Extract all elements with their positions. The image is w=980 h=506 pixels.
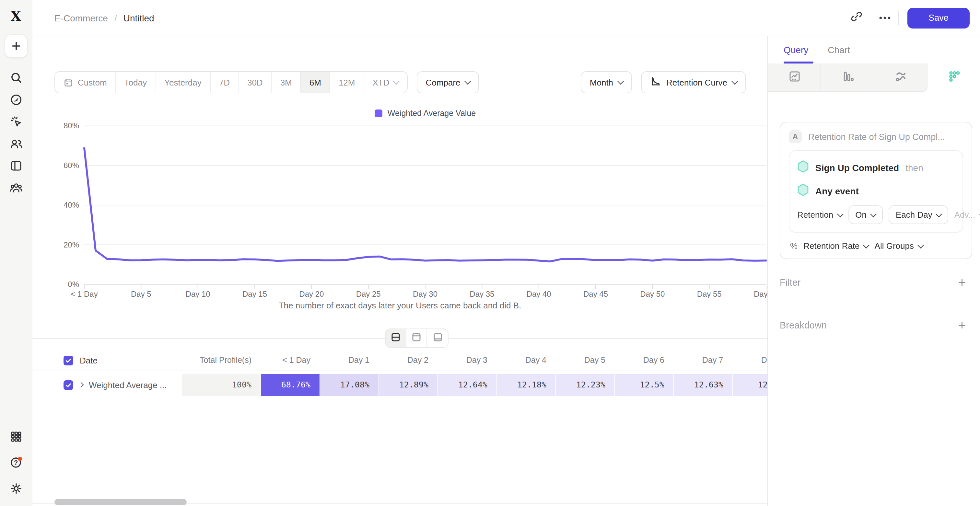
date-range-3m[interactable]: 3M [272, 72, 301, 93]
horizontal-scrollbar[interactable] [54, 499, 187, 505]
each-day-dropdown[interactable]: Each Day [889, 205, 948, 224]
retention-value-cell: 17.08% [320, 374, 379, 396]
left-sidebar: X ? [0, 0, 32, 506]
table-header-row: Date Total Profile(s)< 1 DayDay 1Day 2Da… [32, 350, 767, 371]
chevron-down-icon [732, 78, 738, 84]
query-step-header[interactable]: A Retention Rate of Sign Up Compl... [789, 130, 963, 143]
granularity-button[interactable]: Month [581, 71, 632, 93]
table-header-label-col: Date [32, 350, 181, 371]
layout-split-button[interactable] [386, 329, 406, 347]
search-icon [10, 71, 22, 84]
bottom-layout-icon [432, 332, 443, 345]
retention-value-cell: 12.4% [732, 374, 767, 396]
column-header[interactable]: Day 4 [496, 356, 555, 365]
layout-chart-only-button[interactable] [406, 329, 427, 347]
retention-value-cell: 12.89% [379, 374, 438, 396]
chevron-down-icon [393, 78, 399, 84]
compare-button[interactable]: Compare [417, 71, 479, 93]
select-all-checkbox[interactable] [64, 355, 73, 365]
retention-value-cell: 12.64% [438, 374, 496, 396]
date-range-xtd[interactable]: XTD [364, 72, 407, 93]
retention-value-cell: 12.63% [673, 374, 732, 396]
advanced-label: Adv... [955, 210, 975, 220]
create-new-button[interactable] [4, 34, 27, 58]
column-header[interactable]: Day 1 [320, 356, 379, 365]
users-button[interactable] [5, 133, 27, 155]
first-event-row[interactable]: Sign Up Completed then [797, 159, 955, 177]
events-button[interactable] [5, 111, 27, 133]
tab-chart[interactable]: Chart [828, 45, 850, 55]
column-header[interactable]: Day 3 [438, 356, 496, 365]
column-header[interactable]: Day 6 [614, 356, 673, 365]
report-type-insights[interactable] [768, 63, 821, 92]
second-event-row[interactable]: Any event [797, 182, 955, 200]
x-axis-tick-label: Day 40 [527, 290, 551, 298]
column-header[interactable]: Total Profile(s) [181, 356, 261, 365]
breadcrumb-title[interactable]: Untitled [124, 13, 154, 23]
retention-line-chart[interactable]: 0%20%40%60%80%< 1 DayDay 5Day 10Day 15Da… [32, 101, 767, 306]
on-dropdown[interactable]: On [848, 205, 883, 224]
copy-link-button[interactable] [845, 7, 867, 29]
chart-style-button[interactable]: Retention Curve [641, 71, 746, 93]
cohorts-button[interactable] [5, 177, 27, 199]
column-header[interactable]: Day 7 [673, 356, 732, 365]
date-range-30d[interactable]: 30D [239, 72, 272, 93]
report-type-funnels[interactable] [821, 63, 874, 92]
breakdown-label: Breakdown [780, 320, 827, 330]
save-button[interactable]: Save [907, 8, 970, 28]
column-header[interactable]: < 1 Day [261, 356, 320, 365]
grid-icon [10, 430, 22, 443]
settings-button[interactable] [5, 477, 27, 500]
add-breakdown-button[interactable]: + [958, 319, 966, 332]
layout-table-only-button[interactable] [427, 329, 448, 347]
retention-series-line[interactable] [84, 148, 766, 262]
boards-button[interactable] [5, 155, 27, 177]
x-axis-tick-label: Day 45 [583, 290, 608, 298]
flows-icon [894, 70, 907, 85]
breadcrumb-project[interactable]: E-Commerce [54, 13, 108, 23]
metric-row: % Retention Rate All Groups [789, 241, 963, 251]
column-header[interactable]: Day 5 [555, 356, 614, 365]
column-header-date[interactable]: Date [80, 355, 97, 365]
column-header[interactable]: Day 2 [379, 356, 438, 365]
advanced-dropdown[interactable]: Adv... [955, 210, 980, 220]
more-menu-button[interactable]: ••• [879, 13, 892, 23]
expand-row-chevron-icon[interactable] [78, 382, 84, 388]
apps-button[interactable] [5, 426, 27, 448]
date-range-6m[interactable]: 6M [301, 72, 330, 93]
date-range-today[interactable]: Today [116, 72, 156, 93]
mixpanel-logo-icon[interactable]: X [11, 8, 21, 24]
table-row: Weighted Average ... 100%68.76%17.08%12.… [32, 374, 767, 396]
date-range-yesterday[interactable]: Yesterday [156, 72, 211, 93]
date-range-12m[interactable]: 12M [330, 72, 364, 93]
x-axis-tick-label: < 1 Day [71, 290, 97, 298]
x-axis-tick-label: Day 35 [469, 290, 494, 298]
y-axis-tick-label: 0% [68, 280, 79, 289]
add-filter-button[interactable]: + [958, 276, 966, 289]
chart-style-label: Retention Curve [666, 78, 727, 87]
date-range-7d[interactable]: 7D [211, 72, 239, 93]
breadcrumb-separator: / [115, 13, 117, 23]
y-axis-tick-label: 20% [64, 240, 79, 249]
date-range-control: CustomTodayYesterday7D30D3M6M12MXTD [54, 71, 408, 93]
active-tab-underline [784, 62, 813, 63]
chevron-down-icon [918, 242, 924, 248]
tab-query[interactable]: Query [784, 45, 808, 55]
split-layout-icon [390, 332, 401, 345]
step-badge: A [789, 130, 802, 143]
report-type-retention[interactable] [928, 63, 980, 92]
column-header[interactable]: Day 8 [732, 356, 767, 365]
row-label[interactable]: Weighted Average ... [89, 380, 167, 390]
discover-button[interactable] [5, 89, 27, 111]
date-range-custom[interactable]: Custom [55, 72, 116, 93]
first-event-name: Sign Up Completed [815, 163, 899, 173]
retention-type-dropdown[interactable]: Retention [797, 210, 842, 220]
cohorts-icon [10, 181, 22, 194]
board-icon [10, 159, 22, 172]
search-button[interactable] [5, 67, 27, 89]
metric-dropdown[interactable]: Retention Rate [803, 241, 869, 251]
row-checkbox[interactable] [64, 380, 73, 390]
report-type-flows[interactable] [874, 63, 928, 92]
help-button[interactable]: ? [5, 452, 27, 474]
groups-dropdown[interactable]: All Groups [875, 241, 923, 251]
